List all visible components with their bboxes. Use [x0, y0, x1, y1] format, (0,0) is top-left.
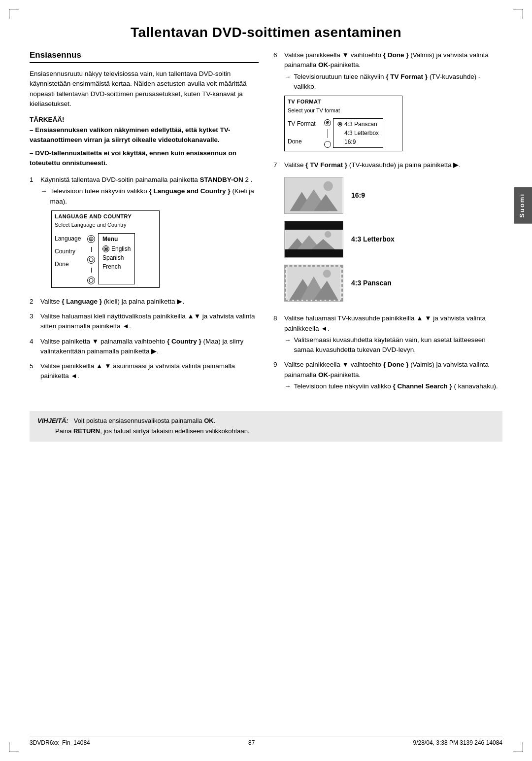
preview-letterbox: 4:3 Letterbox: [284, 221, 502, 258]
step-6-num: 6: [273, 50, 280, 155]
step-7: 7 Valitse { TV Format } (TV-kuvasuhde) j…: [273, 160, 502, 309]
preview-label-letterbox: 4:3 Letterbox: [351, 234, 395, 244]
tv-format-labels: TV Format Done: [288, 119, 322, 146]
preview-label-panscan: 4:3 Panscan: [351, 278, 392, 288]
menu-diagram-dots: ⊕: [87, 234, 95, 284]
step-8-num: 8: [273, 313, 280, 355]
arrow-icon-8: →: [284, 335, 291, 355]
footer-left: 3DVDR6xx_Fin_14084: [30, 739, 90, 746]
page-bottom-bar: 3DVDR6xx_Fin_14084 87 9/28/04, 3:38 PM 3…: [30, 736, 502, 746]
tv-dot-line: [328, 129, 328, 138]
svg-text:⊕: ⊕: [90, 238, 93, 241]
footer-center: 87: [248, 739, 255, 746]
step-8-content: Valitse haluamasi TV-kuvasuhde painikkei…: [284, 313, 502, 355]
important-label: TÄRKEÄÄ!: [30, 116, 259, 123]
menu-label-done: Done: [55, 260, 84, 269]
step-6: 6 Valitse painikkeella ▼ vaihtoehto { Do…: [273, 50, 502, 155]
dot-arrow-3: [87, 277, 95, 284]
menu-diagram-title: LANGUAGE AND COUNTRY: [52, 211, 159, 221]
preview-panscan: 4:3 Panscan: [284, 265, 502, 302]
tv-format-label-1: TV Format: [288, 119, 322, 128]
letterbox-inner: [285, 230, 343, 249]
menu-opt-title: Menu: [102, 235, 131, 243]
tv-previews: 16:9: [284, 177, 502, 302]
step-2-num: 2: [30, 297, 36, 307]
step-3: 3 Valitse haluamasi kieli näyttövalikost…: [30, 311, 259, 332]
left-steps-list: 1 Käynnistä tallentava DVD-soitin painam…: [30, 175, 259, 381]
step-9-arrow-text: Televisioon tulee näkyviin valikko { Cha…: [294, 381, 498, 391]
corner-mark-br: [513, 742, 523, 752]
tv-format-options: 4:3 Panscan 4:3 Letterbox 16:9: [333, 118, 383, 148]
tv-dot-1: [324, 119, 331, 126]
page-title: Tallentavan DVD-soittimen asentaminen: [30, 25, 502, 40]
important-box: TÄRKEÄÄ! – Ensiasennuksen valikon näkymi…: [30, 116, 259, 168]
step-3-content: Valitse haluamasi kieli näyttövalikosta …: [40, 311, 259, 332]
tv-format-title: TV FORMAT: [285, 96, 402, 106]
menu-opt-spanish: Spanish: [102, 253, 131, 262]
footer-note: VIHJEITÄ: Voit poistua ensiasennusvaliko…: [30, 411, 502, 442]
right-steps-list: 6 Valitse painikkeella ▼ vaihtoehto { Do…: [273, 50, 502, 391]
svg-point-2: [89, 258, 93, 262]
step-1-content: Käynnistä tallentava DVD-soitin painamal…: [40, 175, 259, 292]
tv-format-label-2: Done: [288, 137, 322, 146]
step-4-content: Valitse painiketta ▼ painamalla vaihtoeh…: [40, 337, 259, 357]
step-9-num: 9: [273, 360, 280, 391]
svg-point-5: [105, 248, 107, 250]
menu-opt-french: French: [102, 262, 131, 271]
step-5-num: 5: [30, 361, 36, 381]
svg-point-3: [89, 278, 93, 282]
menu-label-language: Language: [55, 234, 84, 243]
step-5-content: Valitse painikkeilla ▲ ▼ asuinmaasi ja v…: [40, 361, 259, 381]
step-1: 1 Käynnistä tallentava DVD-soitin painam…: [30, 175, 259, 292]
step-7-num: 7: [273, 160, 280, 309]
step-5: 5 Valitse painikkeilla ▲ ▼ asuinmaasi ja…: [30, 361, 259, 381]
menu-label-country: Country: [55, 247, 84, 256]
step-9: 9 Valitse painikkeella ▼ vaihtoehto { Do…: [273, 360, 502, 391]
corner-mark-tl: [9, 9, 19, 19]
svg-point-21: [323, 270, 331, 278]
tv-format-diagram: TV FORMAT Select your TV format TV Forma…: [284, 96, 402, 151]
selected-indicator: [102, 245, 109, 252]
svg-point-7: [327, 122, 329, 124]
corner-mark-bl: [9, 742, 19, 752]
left-column: Ensiasennus Ensiasennusruutu näkyy telev…: [30, 50, 259, 396]
step-2: 2 Valitse { Language } (kieli) ja paina …: [30, 297, 259, 307]
corner-mark-tr: [513, 9, 523, 19]
svg-point-11: [323, 181, 332, 191]
step-6-arrow-text: Televisioruutuun tulee näkyviin { TV For…: [294, 72, 503, 92]
arrow-icon-9: →: [284, 381, 291, 391]
menu-diagram-options: Menu English Spanish French: [98, 233, 135, 284]
tv-dot-2: [324, 141, 331, 148]
right-column: 6 Valitse painikkeella ▼ vaihtoehto { Do…: [273, 50, 502, 396]
dot-arrow-1: ⊕: [87, 235, 95, 243]
step-2-content: Valitse { Language } (kieli) ja paina pa…: [40, 297, 259, 307]
important-text: – Ensiasennuksen valikon näkyminen edell…: [30, 125, 259, 168]
menu-diagram-subtitle: Select Language and Country: [52, 221, 159, 231]
language-menu-diagram: LANGUAGE AND COUNTRY Select Language and…: [51, 210, 160, 288]
dot-arrow-2: [87, 256, 95, 264]
menu-diagram-labels: Language Country Done: [55, 234, 84, 284]
side-tab: Suomi: [514, 187, 532, 224]
preview-img-letterbox: [284, 221, 343, 258]
preview-169: 16:9: [284, 177, 502, 214]
tv-opt-panscan: 4:3 Panscan: [337, 120, 379, 129]
menu-opt-english: English: [102, 244, 131, 253]
preview-img-169: [284, 177, 343, 214]
step-4-num: 4: [30, 337, 36, 357]
step-8-arrow-text: Valitsemaasi kuvasuhdetta käytetään vain…: [294, 335, 503, 355]
step-1-arrow-text: Televisioon tulee näkyviin valikko { Lan…: [50, 186, 259, 207]
preview-label-169: 16:9: [351, 190, 365, 201]
step-1-num: 1: [30, 175, 36, 292]
step-8: 8 Valitse haluamasi TV-kuvasuhde painikk…: [273, 313, 502, 355]
section-heading: Ensiasennus: [30, 50, 259, 63]
panscan-container: [285, 265, 343, 301]
step-7-content: Valitse { TV Format } (TV-kuvasuhde) ja …: [284, 160, 502, 309]
arrow-icon-1: →: [40, 186, 47, 207]
step-3-num: 3: [30, 311, 36, 332]
tv-format-subtitle: Select your TV format: [285, 106, 402, 117]
preview-img-panscan: [284, 265, 343, 302]
svg-point-16: [325, 231, 331, 238]
section-intro: Ensiasennusruutu näkyy televisiossa vain…: [30, 69, 259, 109]
arrow-icon-6: →: [284, 72, 291, 92]
step-4: 4 Valitse painiketta ▼ painamalla vaihto…: [30, 337, 259, 357]
